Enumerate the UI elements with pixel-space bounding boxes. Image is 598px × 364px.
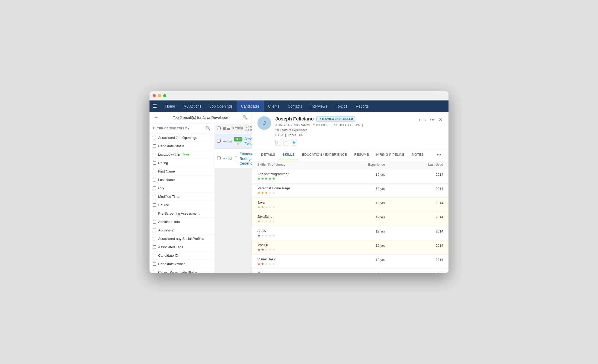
skill-row: JavaScript ★★★★★ 12 yrs 2014: [252, 212, 448, 226]
prev-button[interactable]: ‹: [418, 117, 421, 123]
facebook-icon[interactable]: f: [283, 140, 289, 145]
filter-checkbox-candidate-status[interactable]: [153, 144, 156, 148]
star-empty-icon: ★: [265, 234, 268, 237]
detail-header: J Joseph Feliciano INTERVIEW-SCHEDULED A…: [252, 112, 448, 150]
filter-item-associated-tags[interactable]: Associated Tags: [150, 243, 214, 251]
filter-checkbox-city[interactable]: [153, 186, 156, 190]
filter-checkbox-modified-time[interactable]: [153, 195, 156, 198]
candidate-row[interactable]: 👓 📊 3.0 ★ Joseph Feliciano: [214, 134, 252, 149]
filter-item-modified-time[interactable]: Modified Time: [150, 193, 214, 201]
view-icon[interactable]: ⊞: [223, 126, 226, 130]
filter-item-candidate-status[interactable]: Candidate Status: [150, 142, 214, 150]
filter-item-city[interactable]: City: [150, 184, 214, 193]
search-icon[interactable]: 🔍: [242, 115, 248, 120]
filter-item-social-profiles[interactable]: Associated any Social Profiles: [150, 235, 214, 243]
skill-cell: Analyst/Programmer ★★★★★: [257, 172, 342, 181]
detail-education: B.B.A | Ponce , PR: [275, 133, 414, 138]
skill-cell: Java ★★★★★: [257, 200, 342, 209]
filter-checkbox-social-profiles[interactable]: [153, 237, 156, 240]
detail-panel: J Joseph Feliciano INTERVIEW-SCHEDULED A…: [252, 112, 448, 273]
next-button[interactable]: ›: [423, 117, 427, 123]
tab-more-icon[interactable]: •••: [435, 150, 443, 160]
nav-item-contacts[interactable]: Contacts: [283, 100, 306, 112]
tab-details[interactable]: DETAILS: [257, 150, 279, 160]
maximize-button[interactable]: [163, 94, 166, 97]
more-options-button[interactable]: •••: [429, 117, 436, 123]
filter-checkbox-source[interactable]: [153, 203, 156, 207]
filter-checkbox-rating[interactable]: [153, 161, 156, 165]
exp-cell: 19 yrs: [342, 172, 401, 176]
filter-checkbox-located-within[interactable]: [153, 153, 156, 156]
last-used-cell: 2014: [401, 186, 443, 191]
candidate-chart-icon[interactable]: 📊: [228, 156, 232, 161]
filter-item-rating[interactable]: Rating: [150, 159, 214, 167]
filter-item-last-name[interactable]: Last Name: [150, 176, 214, 184]
filter-search-icon[interactable]: 🔍: [205, 126, 211, 131]
rating-empty: –: [235, 155, 237, 158]
filter-item-career-page[interactable]: Career Page Invite Status: [150, 268, 214, 273]
filter-checkbox-additional-info[interactable]: [153, 220, 156, 224]
nav-item-jobopenings[interactable]: Job Openings: [206, 100, 237, 112]
menu-icon[interactable]: ☰: [153, 103, 157, 109]
nav-item-candidates[interactable]: Candidates: [237, 100, 264, 112]
filter-item-source[interactable]: Source: [150, 201, 214, 209]
filter-item-candidate-id[interactable]: Candidate ID: [150, 251, 214, 260]
nav-item-todos[interactable]: To-Dos: [331, 100, 351, 112]
list-icon[interactable]: ☰: [227, 126, 230, 130]
filter-item-address2[interactable]: Address 2: [150, 226, 214, 235]
nav-item-reports[interactable]: Reports: [352, 100, 373, 112]
skill-row: Analyst/Programmer ★★★★★ 19 yrs 2014: [252, 169, 448, 184]
close-button[interactable]: [153, 94, 156, 97]
candidate-row[interactable]: 👓 📊 – ☆ Emanuel Rodríguez Cedeño: [214, 149, 252, 169]
tab-hiring-pipeline[interactable]: HIRING PIPELINE: [372, 150, 408, 160]
skill-row: MySQL ★★★★★ 12 yrs 2014: [252, 240, 448, 255]
close-button[interactable]: ✕: [438, 116, 443, 123]
filter-checkbox-career-page[interactable]: [153, 271, 156, 273]
nav-item-interviews[interactable]: Interviews: [306, 100, 331, 112]
twitter-icon[interactable]: 🐦: [291, 140, 297, 145]
tab-education[interactable]: EDUCATION / EXPERIENCE: [298, 150, 350, 160]
star-filled-icon: ★: [265, 177, 268, 181]
select-all-checkbox[interactable]: [217, 127, 221, 130]
filter-checkbox-first-name[interactable]: [153, 170, 156, 173]
candidate-checkbox-1[interactable]: [217, 139, 221, 143]
filter-item-located-within[interactable]: Located within New: [150, 150, 214, 159]
filter-checkbox-prescreening[interactable]: [153, 212, 156, 215]
nav-item-home[interactable]: Home: [161, 100, 179, 112]
exp-cell: 12 yrs: [342, 229, 401, 233]
candidate-checkbox-2[interactable]: [217, 156, 221, 160]
tab-skills[interactable]: SKILLS: [279, 150, 298, 160]
nav-item-myactions[interactable]: My Actions: [179, 100, 206, 112]
candidate-name-2[interactable]: Emanuel Rodríguez Cedeño: [240, 152, 252, 165]
filter-item-candidate-owner[interactable]: Candidate Owner: [150, 260, 214, 268]
skills-content: Skills / Proficiency Experience Last Use…: [252, 160, 448, 273]
filter-item-first-name[interactable]: First Name: [150, 167, 214, 176]
exp-cell: 19 yrs: [342, 271, 401, 273]
filter-checkbox-associated-tags[interactable]: [153, 245, 156, 249]
exp-col-header: Experience: [342, 163, 401, 166]
filter-item-associated-job-openings[interactable]: Associated Job Openings: [150, 134, 214, 142]
nav-item-clients[interactable]: Clients: [264, 100, 283, 112]
filter-checkbox-last-name[interactable]: [153, 178, 156, 181]
skill-row: C++ ★★★★★ 19 yrs 2014: [252, 269, 448, 273]
skills-table: Skills / Proficiency Experience Last Use…: [252, 160, 448, 273]
skill-stars: ★★★★★: [257, 248, 342, 252]
tab-resume[interactable]: RESUME: [351, 150, 373, 160]
filter-checkbox-candidate-id[interactable]: [153, 254, 156, 257]
candidate-preview-icon[interactable]: 👓: [223, 156, 227, 161]
minimize-button[interactable]: [158, 94, 161, 97]
filter-item-prescreening[interactable]: Pre-Screening Assessment: [150, 209, 214, 218]
filter-checkbox-address2[interactable]: [153, 229, 156, 232]
back-button[interactable]: ←: [154, 115, 158, 120]
candidate-preview-icon[interactable]: 👓: [223, 139, 227, 143]
filter-checkbox-candidate-owner[interactable]: [153, 262, 156, 266]
filter-item-additional-info[interactable]: Additional Info: [150, 218, 214, 226]
star-empty-icon: ★: [265, 248, 268, 252]
candidate-chart-icon[interactable]: 📊: [228, 139, 232, 143]
app-window: ☰ Home My Actions Job Openings Candidate…: [150, 91, 448, 273]
filter-checkbox-job-openings[interactable]: [153, 136, 156, 139]
candidate-name-1[interactable]: Joseph Feliciano: [245, 137, 252, 146]
linkedin-icon[interactable]: in: [275, 140, 281, 145]
tab-notes[interactable]: NOTES: [408, 150, 427, 160]
skill-name: AJAX: [257, 229, 342, 233]
